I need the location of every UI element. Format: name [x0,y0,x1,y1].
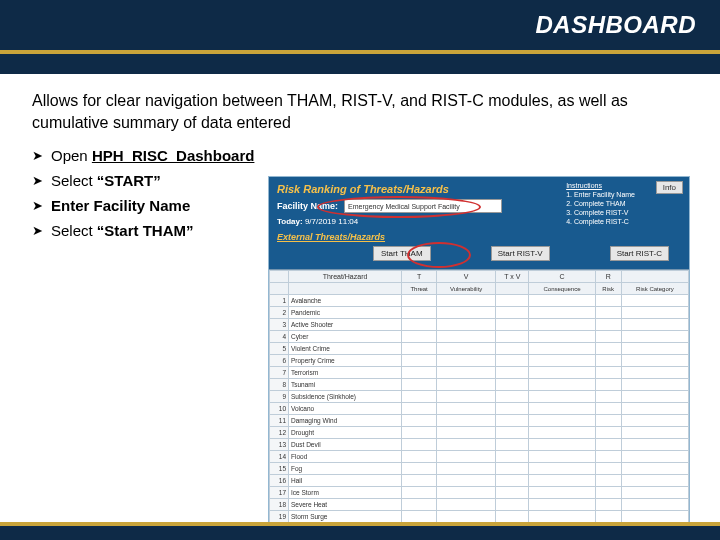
table-row: 5Violent Crime [270,343,689,355]
start-ristc-button[interactable]: Start RIST-C [610,246,669,261]
facility-name-field[interactable]: Emergency Medical Support Facility [344,199,502,213]
table-row: 13Dust Devil [270,439,689,451]
table-row: 10Volcano [270,403,689,415]
table-row: 15Fog [270,463,689,475]
table-row: 18Severe Heat [270,499,689,511]
table-row: 16Hail [270,475,689,487]
table-row: 9Subsidence (Sinkhole) [270,391,689,403]
table-row: 19Storm Surge [270,511,689,523]
table-row: 7Terrorism [270,367,689,379]
table-row: 1Avalanche [270,295,689,307]
start-tham-button[interactable]: Start THAM [373,246,431,261]
table-row: 3Active Shooter [270,319,689,331]
facility-label: Facility Name: [277,201,338,211]
table-row: 17Ice Storm [270,487,689,499]
table-row: 8Tsunami [270,379,689,391]
footer-navy [0,526,720,540]
divider-navy [0,54,720,74]
table-row: 14Flood [270,451,689,463]
table-row: 12Drought [270,427,689,439]
info-button[interactable]: Info [656,181,683,194]
section-label: External Threats/Hazards [277,232,681,242]
date-label: Today: [277,217,303,226]
hazard-table: Threat/Hazard T V T x V C R Threat Vulne… [269,270,689,540]
lead-text: Allows for clear navigation between THAM… [32,90,688,133]
table-row: 11Damaging Wind [270,415,689,427]
step-item: Open HPH_RISC_Dashboard [32,147,688,164]
col-threat: Threat/Hazard [289,271,402,283]
start-ristv-button[interactable]: Start RIST-V [491,246,550,261]
table-row: 6Property Crime [270,355,689,367]
title-bar: DASHBOARD [0,0,720,50]
date-value: 9/7/2019 11:04 [305,217,358,226]
instructions-block: Instructions 1. Enter Facility Name 2. C… [566,181,635,226]
dashboard-screenshot: Risk Ranking of Threats/Hazards Facility… [268,176,690,540]
table-row: 2Pandemic [270,307,689,319]
slide-title: DASHBOARD [536,11,697,39]
table-row: 4Cyber [270,331,689,343]
